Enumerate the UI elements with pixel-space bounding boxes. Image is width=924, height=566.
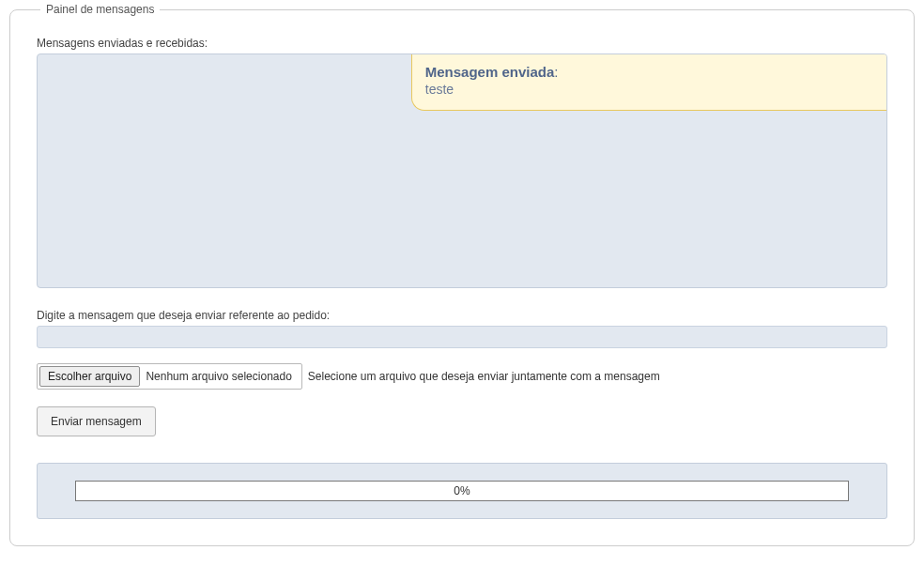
message-input[interactable] — [37, 326, 887, 348]
file-input-widget[interactable]: Escolher arquivo Nenhum arquivo selecion… — [37, 363, 302, 390]
choose-file-button[interactable]: Escolher arquivo — [39, 366, 140, 387]
message-bubble: Mensagem enviada: teste — [411, 54, 886, 111]
file-status: Nenhum arquivo selecionado — [140, 370, 297, 383]
messages-panel: Painel de mensagens Mensagens enviadas e… — [9, 9, 915, 546]
progress-bar: 0% — [75, 481, 849, 501]
messages-label: Mensagens enviadas e recebidas: — [37, 37, 887, 50]
message-colon: : — [554, 64, 558, 80]
message-title: Mensagem enviada — [425, 64, 555, 80]
file-hint: Selecione um arquivo que deseja enviar j… — [308, 370, 660, 383]
progress-text: 0% — [454, 484, 470, 497]
send-message-button[interactable]: Enviar mensagem — [37, 406, 156, 436]
panel-legend: Painel de mensagens — [40, 3, 160, 16]
progress-panel: 0% — [37, 463, 887, 519]
message-body: teste — [425, 82, 873, 97]
file-row: Escolher arquivo Nenhum arquivo selecion… — [37, 363, 887, 390]
compose-label: Digite a mensagem que deseja enviar refe… — [37, 309, 887, 322]
messages-area: Mensagem enviada: teste — [37, 54, 887, 288]
